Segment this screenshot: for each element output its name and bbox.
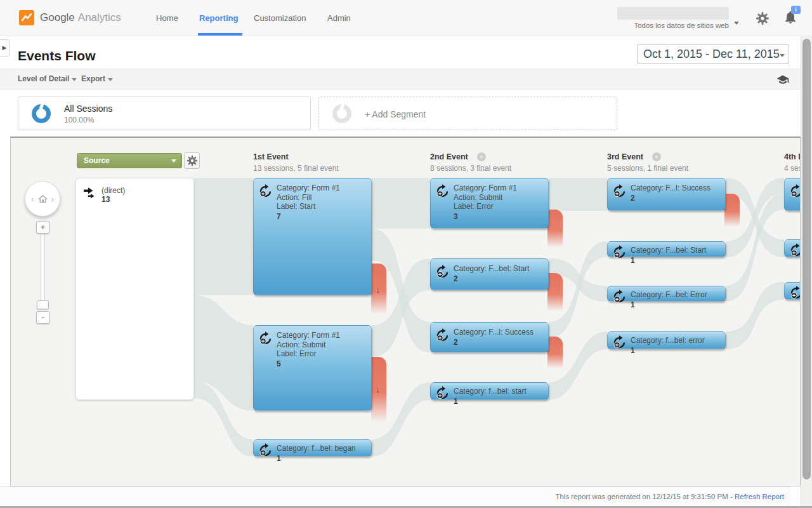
report-footer: This report was generated on 12/12/15 at… [0, 486, 790, 506]
event-node-label: Category: F...bel: Start 2 [454, 259, 548, 283]
column-header-4th-event: 4th Event 4 sessions [784, 150, 801, 173]
refresh-report-link[interactable]: Refresh Report [735, 493, 784, 500]
event-node-1b[interactable]: Category: Form #1Action: SubmitLabel: Er… [253, 325, 372, 411]
flow-pan-home-control[interactable]: ‹ › [25, 181, 60, 217]
event-node-label: Category: F...l: Success 2 [454, 323, 548, 347]
entrance-arrows-icon [83, 187, 97, 199]
event-icon [258, 331, 272, 345]
event-node-1a[interactable]: Category: Form #1Action: FillLabel: Star… [253, 178, 372, 295]
generated-timestamp: This report was generated on 12/12/15 at… [555, 493, 732, 500]
event-icon [789, 184, 801, 197]
event-icon [435, 385, 449, 399]
event-node-label: Category: F...bel: Start 1 [631, 242, 725, 265]
segment-name: All Sessions [64, 104, 112, 114]
event-node-3c[interactable]: Category: F...bel: Error 1 [607, 286, 726, 302]
sidebar-expand-arrow[interactable]: ▶ [0, 39, 10, 57]
segments-band: All Sessions 100.00% + Add Segment [0, 90, 812, 137]
home-icon[interactable] [37, 194, 48, 204]
event-node-label: Category: F...l: Success 2 [631, 178, 725, 203]
events-flow-canvas: Source 1st Event 13 sessions, 5 final ev… [10, 137, 801, 486]
level-of-detail-dropdown[interactable]: Level of Detail [18, 74, 77, 83]
google-analytics-logo[interactable]: Google Analytics [19, 10, 121, 25]
nav-admin[interactable]: Admin [327, 13, 351, 23]
nav-customization[interactable]: Customization [254, 13, 306, 23]
event-icon [435, 184, 449, 197]
close-column-icon[interactable]: × [652, 152, 661, 161]
event-node-label: Category: Form #1Action: FillLabel: Star… [277, 178, 371, 221]
event-node-4b[interactable] [784, 239, 801, 257]
report-toolbar: Level of Detail Export [0, 69, 812, 90]
brand-google: Google [40, 11, 75, 24]
event-node-4c[interactable] [784, 282, 801, 300]
event-node-label: Category: Form #1Action: SubmitLabel: Er… [277, 326, 371, 368]
account-name-redacted[interactable] [617, 7, 729, 20]
notification-badge[interactable]: i [791, 6, 801, 14]
source-node-label: (direct) [102, 186, 125, 195]
view-name: Todos los datos de sitios web [617, 22, 729, 29]
dimension-dropdown[interactable]: Source [77, 153, 182, 168]
active-tab-underline [198, 33, 242, 36]
source-node-count: 13 [102, 195, 110, 204]
zoom-in-button[interactable]: + [36, 221, 49, 234]
export-dropdown[interactable]: Export [81, 74, 113, 83]
event-node-2b[interactable]: Category: F...bel: Start 2 [430, 258, 549, 290]
event-node-2a[interactable]: Category: Form #1Action: SubmitLabel: Er… [430, 178, 549, 229]
event-icon [258, 184, 272, 197]
zoom-out-button[interactable]: - [36, 311, 49, 324]
event-icon [612, 184, 625, 197]
segment-all-sessions[interactable]: All Sessions 100.00% [18, 97, 311, 130]
settings-gear-icon[interactable] [755, 11, 770, 26]
event-node-2c[interactable]: Category: F...l: Success 2 [430, 322, 549, 352]
dropoff-band [547, 210, 563, 248]
segment-percent: 100.00% [64, 116, 94, 124]
event-icon [435, 264, 449, 278]
event-icon [612, 289, 625, 303]
add-segment-label: + Add Segment [365, 109, 426, 119]
segment-ring-icon [32, 104, 51, 123]
pan-left-chevron[interactable]: ‹ [31, 194, 34, 204]
event-node-label: Category: Form #1Action: SubmitLabel: Er… [454, 178, 548, 221]
column-header-2nd-event: 2nd Event× 8 sessions, 3 final event [430, 150, 511, 173]
nav-home[interactable]: Home [156, 13, 178, 23]
pan-right-chevron[interactable]: › [51, 194, 54, 204]
top-nav: Google Analytics Home Reporting Customiz… [0, 0, 812, 36]
date-range-text: Oct 1, 2015 - Dec 11, 2015 [638, 48, 780, 61]
scrollbar-thumb[interactable] [802, 39, 811, 479]
event-node-label: Category: f...bel: error 1 [631, 332, 725, 355]
dropoff-arrow-icon: ↓ [376, 384, 381, 394]
event-icon [789, 285, 801, 299]
dropoff-band: ↓ [371, 264, 386, 314]
education-cap-icon[interactable] [776, 74, 789, 86]
add-segment-card[interactable]: + Add Segment [318, 97, 617, 130]
event-node-3d[interactable]: Category: f...bel: error 1 [607, 331, 726, 349]
close-column-icon[interactable]: × [477, 152, 486, 161]
source-node-direct[interactable]: (direct) 13 [75, 178, 194, 400]
event-node-label: Category: f...bel: start 1 [454, 383, 548, 406]
event-node-1c[interactable]: Category: f...bel: began 1 [253, 439, 372, 457]
date-range-caret-icon [780, 48, 789, 60]
brand-analytics: Analytics [78, 11, 121, 24]
column-header-3rd-event: 3rd Event× 5 sessions, 1 final event [607, 150, 688, 173]
dropoff-band [547, 337, 563, 368]
event-icon [612, 335, 625, 349]
zoom-slider-track[interactable] [41, 233, 45, 308]
dropoff-arrow-icon: ↓ [376, 284, 381, 295]
event-node-label: Category: f...bel: began 1 [277, 440, 371, 463]
event-node-2d[interactable]: Category: f...bel: start 1 [430, 382, 549, 400]
dropoff-band [724, 194, 740, 227]
event-node-3a[interactable]: Category: F...l: Success 2 [607, 178, 726, 211]
event-icon [612, 244, 625, 258]
event-icon [435, 328, 449, 342]
account-chevron-down-icon[interactable] [734, 16, 739, 27]
event-node-label: Category: F...bel: Error 1 [631, 286, 725, 309]
flow-settings-gear-icon[interactable] [184, 152, 200, 169]
event-node-3b[interactable]: Category: F...bel: Start 1 [607, 241, 726, 257]
nav-reporting[interactable]: Reporting [199, 13, 238, 23]
date-range-selector[interactable]: Oct 1, 2015 - Dec 11, 2015 [637, 44, 789, 64]
event-icon [258, 443, 272, 457]
event-icon [789, 243, 801, 257]
event-node-4a[interactable] [784, 178, 801, 211]
dropoff-band [547, 273, 563, 311]
zoom-slider-handle[interactable] [37, 300, 49, 309]
page-scrollbar[interactable] [801, 36, 812, 506]
